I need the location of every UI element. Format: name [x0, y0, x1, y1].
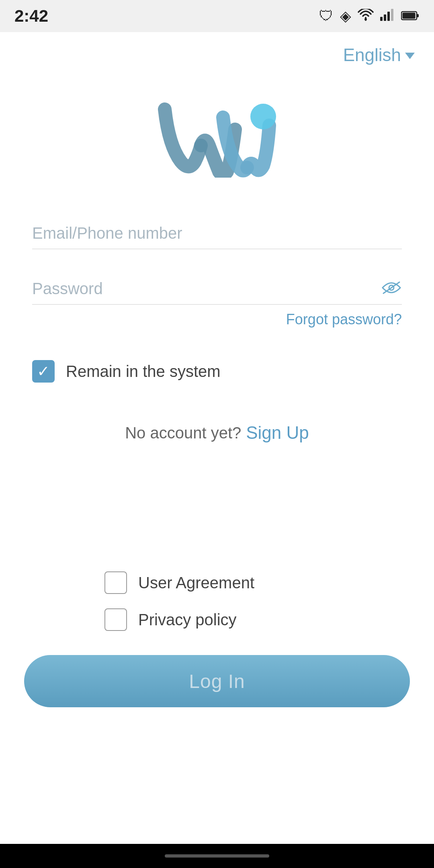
- signup-row: No account yet? Sign Up: [0, 423, 434, 443]
- remember-me-row: ✓ Remain in the system: [32, 360, 402, 383]
- signup-link[interactable]: Sign Up: [246, 423, 309, 443]
- agreement-area: User Agreement Privacy policy: [0, 539, 434, 631]
- login-btn-area: Log In: [0, 631, 434, 747]
- chevron-down-icon: [405, 53, 415, 59]
- diamond-icon: ◈: [340, 8, 351, 25]
- remember-me-checkbox[interactable]: ✓: [32, 360, 55, 383]
- status-icons: 🛡 ◈: [319, 8, 420, 25]
- home-indicator: [0, 844, 434, 868]
- svg-point-0: [364, 18, 367, 20]
- logo-area: [0, 65, 434, 218]
- wifi-icon: [358, 8, 374, 25]
- signup-prompt: No account yet?: [125, 424, 241, 442]
- language-bar: English: [0, 32, 434, 65]
- login-form: Forgot password? ✓ Remain in the system: [0, 218, 434, 383]
- svg-rect-1: [380, 17, 383, 21]
- privacy-policy-item: Privacy policy: [104, 608, 330, 631]
- language-label: English: [343, 45, 401, 65]
- checkmark-icon: ✓: [37, 364, 50, 379]
- svg-rect-2: [384, 14, 386, 21]
- remember-me-label: Remain in the system: [66, 362, 221, 381]
- password-input[interactable]: [32, 273, 402, 305]
- svg-rect-3: [387, 12, 390, 21]
- signal-icon: [380, 8, 395, 25]
- status-bar: 2:42 🛡 ◈: [0, 0, 434, 32]
- email-input[interactable]: [32, 218, 402, 249]
- battery-icon: [401, 8, 420, 25]
- home-bar: [165, 854, 269, 858]
- toggle-password-icon[interactable]: [381, 280, 402, 299]
- user-agreement-item: User Agreement: [104, 571, 330, 594]
- email-input-group: [32, 218, 402, 249]
- svg-rect-6: [417, 14, 419, 17]
- user-agreement-label: User Agreement: [138, 574, 254, 592]
- shield-icon: 🛡: [319, 8, 334, 25]
- forgot-password-link[interactable]: Forgot password?: [286, 311, 402, 328]
- svg-rect-7: [403, 13, 416, 19]
- status-time: 2:42: [14, 6, 48, 26]
- password-input-group: Forgot password?: [32, 273, 402, 328]
- app-logo: [153, 97, 281, 178]
- svg-rect-4: [391, 9, 393, 21]
- user-agreement-checkbox[interactable]: [104, 571, 127, 594]
- forgot-password-row: Forgot password?: [32, 311, 402, 328]
- login-button[interactable]: Log In: [24, 655, 410, 707]
- privacy-policy-label: Privacy policy: [138, 611, 237, 629]
- language-selector[interactable]: English: [343, 45, 415, 65]
- privacy-policy-checkbox[interactable]: [104, 608, 127, 631]
- svg-line-10: [383, 282, 399, 293]
- svg-point-8: [250, 104, 276, 129]
- password-wrapper: [32, 273, 402, 305]
